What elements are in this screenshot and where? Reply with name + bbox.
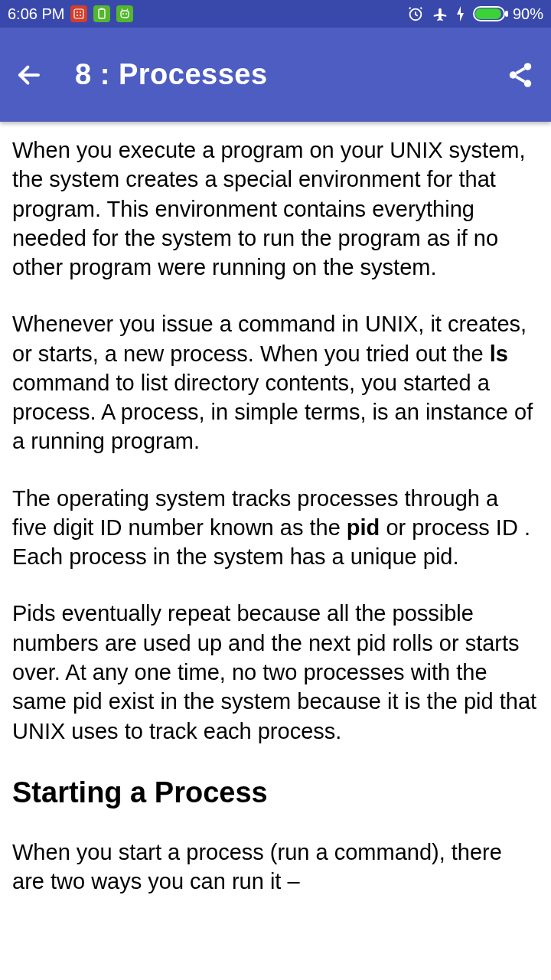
paragraph: When you execute a program on your UNIX … — [12, 136, 539, 282]
svg-line-11 — [127, 9, 128, 11]
arrow-left-icon — [15, 61, 43, 89]
status-app-icon-robot — [116, 5, 133, 22]
text: Whenever you issue a command in UNIX, it… — [12, 312, 527, 365]
alarm-icon — [407, 5, 424, 22]
article-content[interactable]: When you execute a program on your UNIX … — [0, 122, 551, 980]
svg-point-15 — [510, 71, 517, 79]
status-app-icon-battery — [93, 5, 110, 22]
svg-point-9 — [126, 13, 127, 15]
paragraph: Whenever you issue a command in UNIX, it… — [12, 309, 539, 456]
svg-point-4 — [80, 15, 81, 16]
text: command to list directory contents, you … — [12, 371, 533, 454]
status-bar: 6:06 PM 90% — [0, 0, 551, 28]
battery-percent: 90% — [513, 5, 543, 23]
app-bar: 8 : Processes — [0, 28, 551, 122]
status-right: 90% — [407, 5, 543, 23]
charging-icon — [456, 6, 465, 21]
section-heading: Starting a Process — [12, 773, 539, 812]
page-title: 8 : Processes — [75, 58, 268, 91]
svg-rect-7 — [121, 11, 129, 18]
bold-text: pid — [347, 515, 380, 540]
status-time: 6:06 PM — [8, 5, 64, 23]
paragraph: When you start a process (run a command)… — [12, 838, 539, 897]
airplane-icon — [432, 5, 448, 22]
status-app-icon-red — [70, 5, 87, 22]
svg-point-8 — [122, 13, 124, 15]
paragraph: The operating system tracks processes th… — [12, 484, 539, 572]
svg-rect-0 — [74, 9, 83, 18]
battery-fill — [475, 8, 501, 19]
svg-point-14 — [524, 63, 532, 70]
bold-text: ls — [490, 341, 508, 366]
svg-point-1 — [77, 11, 78, 13]
svg-point-2 — [80, 11, 81, 13]
svg-rect-5 — [99, 9, 105, 18]
share-button[interactable] — [504, 58, 537, 92]
svg-point-16 — [524, 80, 532, 87]
svg-rect-6 — [101, 8, 103, 10]
share-icon — [506, 60, 535, 90]
status-left: 6:06 PM — [8, 5, 133, 23]
paragraph: Pids eventually repeat because all the p… — [12, 599, 539, 745]
svg-line-10 — [122, 9, 122, 11]
back-button[interactable] — [14, 60, 44, 90]
battery-icon — [473, 6, 505, 21]
svg-point-3 — [77, 15, 78, 16]
